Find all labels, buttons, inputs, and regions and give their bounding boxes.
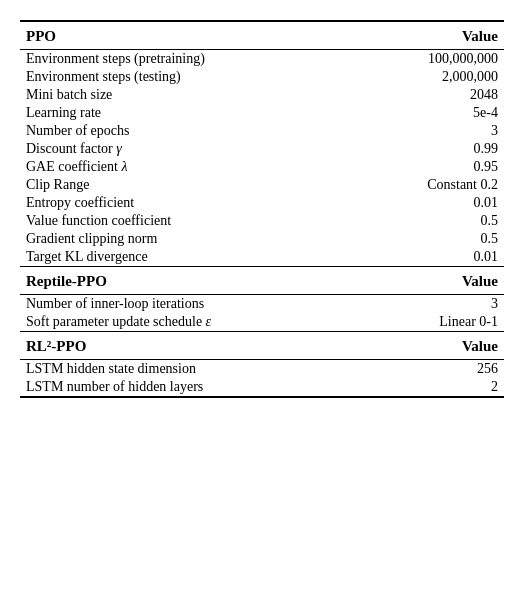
param-label: Learning rate [20,104,335,122]
param-value: 3 [335,295,504,314]
section-title-reptile-ppo: Reptile-PPO [20,267,335,295]
section-header-ppo: PPOValue [20,21,504,50]
section-title-rl2-ppo: RL²-PPO [20,332,335,360]
main-table-container: PPOValueEnvironment steps (pretraining)1… [20,20,504,398]
table-row: Value function coefficient0.5 [20,212,504,230]
params-table: PPOValueEnvironment steps (pretraining)1… [20,20,504,398]
param-value: Linear 0-1 [335,313,504,332]
table-row: Discount factor γ0.99 [20,140,504,158]
param-value: 2,000,000 [335,68,504,86]
table-row: Environment steps (testing)2,000,000 [20,68,504,86]
param-label: Target KL divergence [20,248,335,267]
table-row: Number of epochs3 [20,122,504,140]
param-label: Discount factor γ [20,140,335,158]
section-value-header-reptile-ppo: Value [335,267,504,295]
section-value-header-ppo: Value [335,21,504,50]
table-row: Target KL divergence0.01 [20,248,504,267]
param-label: Clip Range [20,176,335,194]
table-row: Number of inner-loop iterations3 [20,295,504,314]
table-row: Gradient clipping norm0.5 [20,230,504,248]
table-row: LSTM number of hidden layers2 [20,378,504,397]
table-row: Learning rate5e-4 [20,104,504,122]
param-label: Value function coefficient [20,212,335,230]
param-value: 0.95 [335,158,504,176]
param-value: 3 [335,122,504,140]
table-row: LSTM hidden state dimension256 [20,360,504,379]
param-value: 2 [335,378,504,397]
table-row: Entropy coefficient0.01 [20,194,504,212]
param-value: 0.99 [335,140,504,158]
param-label: Number of inner-loop iterations [20,295,335,314]
param-value: 0.01 [335,194,504,212]
table-row: Environment steps (pretraining)100,000,0… [20,50,504,69]
param-label: Number of epochs [20,122,335,140]
param-value: 100,000,000 [335,50,504,69]
param-value: Constant 0.2 [335,176,504,194]
param-value: 0.01 [335,248,504,267]
param-label: LSTM hidden state dimension [20,360,335,379]
section-header-reptile-ppo: Reptile-PPOValue [20,267,504,295]
param-label: Entropy coefficient [20,194,335,212]
section-value-header-rl2-ppo: Value [335,332,504,360]
table-row: Mini batch size2048 [20,86,504,104]
param-value: 0.5 [335,230,504,248]
param-label: LSTM number of hidden layers [20,378,335,397]
param-label: Environment steps (pretraining) [20,50,335,69]
param-label: Gradient clipping norm [20,230,335,248]
param-label: Soft parameter update schedule ε [20,313,335,332]
table-row: Clip RangeConstant 0.2 [20,176,504,194]
param-label: Environment steps (testing) [20,68,335,86]
table-row: Soft parameter update schedule εLinear 0… [20,313,504,332]
param-value: 2048 [335,86,504,104]
param-label: GAE coefficient λ [20,158,335,176]
param-value: 0.5 [335,212,504,230]
section-header-rl2-ppo: RL²-PPOValue [20,332,504,360]
section-title-ppo: PPO [20,21,335,50]
param-label: Mini batch size [20,86,335,104]
table-row: GAE coefficient λ0.95 [20,158,504,176]
param-value: 256 [335,360,504,379]
param-value: 5e-4 [335,104,504,122]
